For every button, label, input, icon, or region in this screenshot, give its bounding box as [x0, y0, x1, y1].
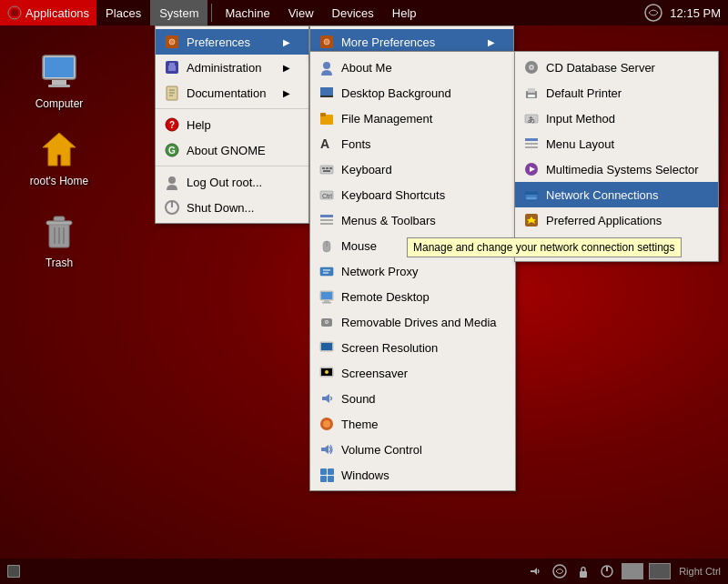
menu-item-default-printer[interactable]: Default Printer [515, 80, 718, 106]
more-prefs-icon [318, 33, 336, 51]
input-method-label: Input Method [546, 112, 615, 126]
svg-rect-47 [320, 223, 333, 225]
svg-text:A: A [320, 136, 329, 151]
svg-point-31 [324, 39, 329, 45]
cd-db-label: CD Database Server [546, 61, 655, 75]
input-method-icon: あ [522, 109, 541, 127]
system-button[interactable]: System [150, 0, 207, 25]
svg-point-1 [11, 9, 18, 16]
menu-item-documentation[interactable]: Documentation ▶ [156, 80, 308, 106]
devices-menu[interactable]: Devices [323, 0, 383, 25]
svg-text:Ctrl: Ctrl [322, 193, 332, 199]
trash-icon[interactable]: Trash [23, 209, 96, 269]
documentation-icon [163, 84, 181, 102]
documentation-label: Documentation [187, 86, 266, 100]
svg-marker-65 [322, 394, 329, 403]
menu-item-file-mgmt[interactable]: File Management [310, 106, 515, 131]
menu-item-help[interactable]: ? Help [156, 112, 308, 137]
screensaver-icon [318, 364, 336, 382]
menu-item-windows[interactable]: Windows [310, 462, 515, 488]
administration-label: Administration [187, 61, 261, 75]
volume-label: Volume Control [341, 443, 422, 457]
volume-tray-icon[interactable] [526, 561, 546, 581]
svg-rect-70 [328, 468, 334, 475]
menu-item-remote-desktop[interactable]: Remote Desktop [310, 284, 515, 309]
svg-rect-82 [525, 143, 538, 145]
power-tray-icon[interactable] [597, 561, 617, 581]
about-me-label: About Me [341, 61, 392, 75]
workspace-1[interactable] [622, 563, 643, 579]
menu-item-screen-res[interactable]: Screen Resolution [310, 335, 515, 360]
menu-item-network-connections[interactable]: Network Connections [515, 182, 718, 207]
network-connections-icon [522, 186, 541, 204]
computer-icon[interactable]: Computer [23, 50, 96, 110]
workspace-2[interactable] [649, 563, 671, 579]
svg-rect-4 [45, 57, 74, 77]
menus-toolbars-icon [318, 211, 336, 229]
tooltip-text: Manage and change your network connectio… [413, 241, 675, 254]
more-preferences-menu: About Me Desktop Background File Managem… [309, 51, 516, 491]
network-tray-icon[interactable] [550, 561, 570, 581]
menu-item-menus-toolbars[interactable]: Menus & Toolbars [310, 207, 515, 233]
svg-marker-68 [321, 445, 329, 454]
menu-item-sound[interactable]: Sound [310, 386, 515, 411]
home-label: root's Home [30, 175, 88, 187]
menu-item-cd-db[interactable]: CD Database Server [515, 55, 718, 80]
volume-icon [318, 440, 336, 458]
remote-desktop-label: Remote Desktop [341, 290, 430, 304]
keyboard-shortcuts-label: Keyboard Shortcuts [341, 188, 445, 202]
show-desktop-button[interactable] [4, 561, 24, 581]
menu-item-theme[interactable]: Theme [310, 411, 515, 437]
menu-item-keyboard[interactable]: Keyboard [310, 156, 515, 182]
network-icon [644, 4, 662, 22]
svg-rect-5 [52, 80, 66, 85]
svg-rect-87 [525, 192, 538, 195]
keyboard-icon [318, 160, 336, 178]
menu-item-preferred-apps[interactable]: Preferred Applications [515, 207, 718, 233]
svg-point-2 [645, 5, 662, 21]
menu-item-input-method[interactable]: あ Input Method [515, 106, 718, 131]
svg-point-64 [325, 370, 329, 374]
menu-item-network-proxy[interactable]: Network Proxy [310, 258, 515, 284]
menu-item-removable[interactable]: Removable Drives and Media [310, 309, 515, 335]
svg-rect-54 [321, 292, 332, 299]
svg-rect-42 [323, 170, 330, 172]
menu-item-logout[interactable]: Log Out root... [156, 169, 308, 195]
menu-item-screensaver[interactable]: Screensaver [310, 360, 515, 386]
menu-item-about-me[interactable]: About Me [310, 55, 515, 80]
svg-rect-83 [525, 146, 538, 148]
mouse-label: Mouse [341, 239, 377, 253]
menu-item-fonts[interactable]: A Fonts [310, 131, 515, 156]
applications-button[interactable]: Applications [0, 0, 96, 25]
view-menu[interactable]: View [279, 0, 323, 25]
svg-rect-34 [320, 96, 333, 97]
menu-item-keyboard-shortcuts[interactable]: Ctrl Keyboard Shortcuts [310, 182, 515, 207]
svg-rect-50 [320, 267, 333, 276]
svg-rect-10 [54, 216, 65, 221]
svg-rect-94 [8, 566, 19, 577]
svg-rect-55 [324, 300, 329, 302]
desktop-bg-label: Desktop Background [341, 86, 451, 100]
menu-item-multimedia[interactable]: Multimedia Systems Selector [515, 156, 718, 182]
menu-item-preferences[interactable]: Preferences ▶ [156, 29, 308, 55]
help-menu[interactable]: Help [383, 0, 426, 25]
bottom-panel-left [0, 561, 24, 581]
home-icon[interactable]: root's Home [23, 127, 96, 187]
places-button[interactable]: Places [96, 0, 150, 25]
documentation-arrow: ▶ [274, 88, 290, 98]
tooltip: Manage and change your network connectio… [407, 237, 682, 257]
menu-item-administration[interactable]: Administration ▶ [156, 55, 308, 80]
preferred-apps-icon [522, 211, 541, 229]
menu-item-shutdown[interactable]: Shut Down... [156, 195, 308, 220]
clock: 12:15 PM [670, 6, 721, 20]
svg-text:G: G [168, 146, 176, 156]
sound-icon [318, 389, 336, 408]
help-icon: ? [163, 116, 181, 134]
lock-tray-icon[interactable] [573, 561, 593, 581]
menu-item-volume[interactable]: Volume Control [310, 437, 515, 462]
menu-item-about-gnome[interactable]: G About GNOME [156, 137, 308, 163]
machine-menu[interactable]: Machine [216, 0, 278, 25]
menu-item-menu-layout[interactable]: Menu Layout [515, 131, 718, 156]
menu-item-desktop-bg[interactable]: Desktop Background [310, 80, 515, 106]
administration-icon [163, 58, 181, 76]
